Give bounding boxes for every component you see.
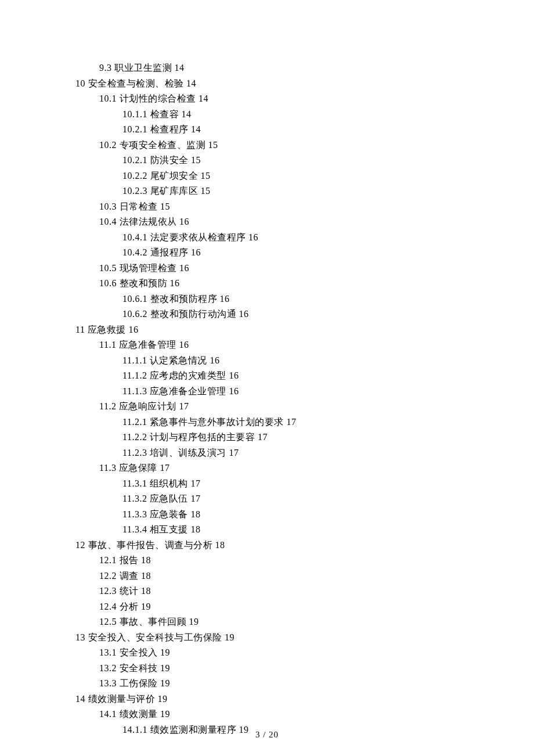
toc-entry-title: 紧急事件与意外事故计划的要求 — [150, 417, 284, 427]
toc-entry-title: 应急保障 — [119, 463, 157, 473]
toc-entry-number: 12.1 — [99, 555, 117, 565]
toc-entry: 10.2.2 尾矿坝安全 15 — [75, 168, 459, 184]
toc-entry-title: 尾矿库库区 — [150, 186, 199, 196]
toc-entry: 12 事故、事件报告、调查与分析 18 — [75, 538, 459, 553]
toc-entry-page: 17 — [286, 417, 296, 427]
toc-entry: 10.5 现场管理检查 16 — [75, 261, 459, 276]
toc-entry: 10.3 日常检查 15 — [75, 199, 459, 215]
toc-entry-title: 计划与程序包括的主要容 — [150, 432, 255, 442]
toc-entry: 11 应急救援 16 — [75, 322, 459, 338]
toc-entry-title: 调查 — [120, 571, 139, 581]
toc-entry-number: 11.3.1 — [122, 478, 147, 488]
toc-entry-number: 12 — [75, 540, 85, 550]
toc-entry-number: 10.4.2 — [122, 247, 147, 257]
toc-entry: 11.2.2 计划与程序包括的主要容 17 — [75, 430, 459, 445]
toc-entry-page: 17 — [160, 463, 169, 473]
toc-entry-number: 11.1.3 — [122, 386, 147, 396]
toc-entry-number: 10.3 — [99, 201, 117, 211]
toc-entry: 11.2.3 培训、训练及演习 17 — [75, 445, 459, 461]
toc-entry: 13 安全投入、安全科技与工伤保险 19 — [75, 630, 459, 646]
toc-entry-page: 16 — [170, 278, 180, 288]
toc-entry-page: 18 — [141, 571, 151, 581]
toc-entry-title: 安全检查与检测、检验 — [88, 78, 184, 88]
toc-entry-page: 16 — [128, 325, 138, 334]
toc-entry-page: 19 — [158, 694, 168, 704]
toc-entry-page: 19 — [160, 709, 170, 719]
toc-entry: 11.2.1 紧急事件与意外事故计划的要求 17 — [75, 415, 459, 430]
toc-entry-number: 11.3.2 — [122, 494, 147, 503]
toc-entry: 10.1.1 检查容 14 — [75, 107, 459, 123]
toc-entry-number: 10.2.2 — [122, 171, 147, 181]
toc-entry-title: 整改和预防程序 — [150, 294, 218, 304]
toc-entry-number: 11.2.1 — [122, 417, 147, 427]
toc-entry-page: 15 — [160, 201, 170, 211]
toc-entry-page: 16 — [179, 340, 189, 350]
toc-entry-number: 10.2 — [99, 140, 117, 150]
toc-entry-page: 16 — [179, 217, 189, 226]
toc-entry-page: 17 — [229, 448, 239, 458]
toc-entry-title: 工伤保险 — [120, 678, 158, 688]
toc-entry-page: 15 — [201, 171, 211, 181]
toc-entry: 12.4 分析 19 — [75, 599, 459, 615]
toc-entry-page: 18 — [215, 540, 225, 550]
toc-entry: 9.3 职业卫生监测 14 — [75, 60, 459, 76]
toc-entry-title: 计划性的综合检查 — [120, 93, 196, 103]
toc-entry-title: 法定要求依从检查程序 — [150, 232, 246, 242]
toc-entry-page: 18 — [141, 555, 151, 565]
toc-entry-title: 应急准备管理 — [119, 340, 176, 350]
toc-entry-title: 相互支援 — [150, 524, 188, 534]
toc-entry-title: 应急队伍 — [150, 494, 188, 503]
toc-entry: 11.1 应急准备管理 16 — [75, 337, 459, 353]
toc-entry: 11.3.4 相互支援 18 — [75, 522, 459, 538]
toc-entry-page: 15 — [201, 186, 211, 196]
toc-entry-title: 职业卫生监测 — [114, 63, 172, 73]
toc-entry-title: 培训、训练及演习 — [150, 448, 226, 458]
toc-entry: 10.2 专项安全检查、监测 15 — [75, 138, 459, 153]
toc-entry-number: 10.2.1 — [122, 155, 147, 165]
toc-entry-title: 尾矿坝安全 — [150, 171, 199, 181]
toc-entry: 11.1.2 应考虑的灾难类型 16 — [75, 368, 459, 384]
toc-entry-title: 分析 — [120, 602, 139, 611]
toc-entry: 10.4.2 通报程序 16 — [75, 245, 459, 261]
toc-entry: 10.2.1 防洪安全 15 — [75, 153, 459, 168]
toc-entry-title: 应急准备企业管理 — [150, 386, 226, 396]
toc-entry-number: 10 — [75, 78, 85, 88]
toc-entry: 11.2 应急响应计划 17 — [75, 399, 459, 415]
toc-entry-number: 10.5 — [99, 263, 117, 273]
toc-entry: 10.6.1 整改和预防程序 16 — [75, 291, 459, 307]
toc-entry-title: 检查容 — [150, 109, 179, 119]
toc-entry-page: 16 — [179, 263, 189, 273]
toc-entry-title: 通报程序 — [150, 247, 189, 257]
toc-entry-page: 18 — [190, 524, 200, 534]
toc-entry: 12.5 事故、事件回顾 19 — [75, 614, 459, 630]
toc-entry-title: 统计 — [120, 586, 139, 596]
toc-entry-page: 16 — [229, 370, 239, 380]
toc-entry-title: 安全投入、安全科技与工伤保险 — [88, 632, 222, 642]
toc-entry-page: 15 — [208, 140, 218, 150]
toc-entry: 10.4.1 法定要求依从检查程序 16 — [75, 230, 459, 246]
toc-entry-number: 14 — [75, 694, 85, 704]
document-page: 9.3 职业卫生监测 1410 安全检查与检测、检验 1410.1 计划性的综合… — [0, 0, 534, 756]
toc-entry-page: 17 — [190, 494, 200, 503]
toc-entry-title: 检查程序 — [150, 124, 189, 134]
toc-entry: 10.2.1 检查程序 14 — [75, 122, 459, 138]
toc-entry: 10.1 计划性的综合检查 14 — [75, 91, 459, 107]
toc-entry-number: 11.2.2 — [122, 432, 147, 442]
toc-entry-number: 13.1 — [99, 647, 117, 657]
toc-entry: 13.3 工伤保险 19 — [75, 676, 459, 692]
toc-entry-number: 11.1.1 — [122, 355, 147, 365]
toc-entry: 11.1.3 应急准备企业管理 16 — [75, 384, 459, 399]
toc-entry-page: 19 — [225, 632, 234, 642]
toc-entry-number: 11.3.3 — [122, 509, 147, 519]
toc-entry-page: 15 — [191, 155, 201, 165]
toc-entry-number: 12.5 — [99, 617, 117, 627]
toc-entry-title: 应急救援 — [88, 325, 126, 334]
toc-entry: 11.3 应急保障 17 — [75, 460, 459, 476]
toc-entry: 12.3 统计 18 — [75, 584, 459, 599]
toc-entry-title: 绩效测量 — [120, 709, 158, 719]
toc-entry: 10.4 法律法规依从 16 — [75, 214, 459, 230]
toc-entry-number: 10.2.3 — [122, 186, 147, 196]
toc-entry: 10.2.3 尾矿库库区 15 — [75, 183, 459, 199]
toc-entry-page: 17 — [179, 401, 189, 411]
toc-entry: 13.1 安全投入 19 — [75, 645, 459, 661]
